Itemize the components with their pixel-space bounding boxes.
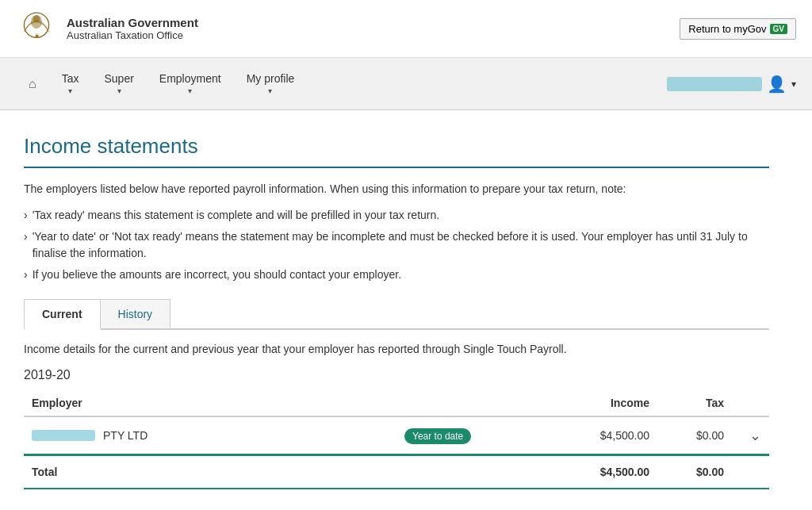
return-mygov-button[interactable]: Return to myGov GV (680, 18, 796, 40)
col-income: Income (546, 390, 657, 416)
col-expand (732, 390, 769, 416)
chevron-down-icon: ▾ (791, 79, 796, 90)
nav-home[interactable]: ⌂ (16, 63, 49, 105)
nav-item-employment[interactable]: Employment ▾ (147, 58, 234, 109)
gov-crest: ★ (16, 8, 57, 49)
svg-text:★: ★ (34, 33, 40, 40)
table-row: PTY LTD Year to date $4,500.00 $0.00 ⌄ (24, 416, 769, 455)
username-blur (667, 77, 762, 91)
total-income: $4,500.00 (546, 455, 657, 489)
col-status (396, 390, 546, 416)
status-badge: Year to date (404, 428, 471, 444)
main-nav: ⌂ Tax ▾ Super ▾ Employment ▾ My profile … (0, 58, 812, 110)
page-title: Income statements (24, 134, 769, 168)
total-row: Total $4,500.00 $0.00 (24, 455, 769, 489)
table-header-row: Employer Income Tax (24, 390, 769, 416)
expand-cell[interactable]: ⌄ (732, 416, 769, 455)
chevron-down-icon: ▾ (188, 86, 192, 95)
employer-cell: PTY LTD (24, 416, 396, 455)
mygov-badge: GV (770, 24, 787, 34)
col-tax: Tax (657, 390, 732, 416)
header: ★ Australian Government Australian Taxat… (0, 0, 812, 58)
total-expand (732, 455, 769, 489)
logo-text: Australian Government Australian Taxatio… (67, 16, 198, 41)
logo-area: ★ Australian Government Australian Taxat… (16, 8, 198, 49)
income-table: Employer Income Tax PTY LTD (24, 390, 769, 489)
bullet-list: 'Tax ready' means this statement is comp… (24, 207, 769, 283)
user-icon: 👤 (767, 75, 787, 94)
user-menu[interactable]: 👤 ▾ (667, 67, 796, 102)
tabs: Current History (24, 299, 769, 330)
employer-name-blur (32, 430, 95, 441)
nav-item-tax[interactable]: Tax ▾ (49, 58, 92, 109)
expand-icon[interactable]: ⌄ (749, 428, 761, 443)
main-content: Income statements The employers listed b… (0, 110, 793, 510)
chevron-down-icon: ▾ (268, 86, 272, 95)
agency-name: Australian Taxation Office (67, 29, 198, 41)
tab-description: Income details for the current and previ… (24, 343, 769, 355)
income-cell: $4,500.00 (546, 416, 657, 455)
gov-name: Australian Government (67, 16, 198, 29)
tax-cell: $0.00 (657, 416, 732, 455)
year-heading: 2019-20 (24, 368, 769, 382)
bullet-item-1: 'Tax ready' means this statement is comp… (24, 207, 769, 224)
total-status (396, 455, 546, 489)
nav-item-my-profile[interactable]: My profile ▾ (234, 58, 308, 109)
nav-item-super[interactable]: Super ▾ (91, 58, 146, 109)
tab-history[interactable]: History (101, 299, 171, 328)
total-label: Total (24, 455, 396, 489)
bullet-item-3: If you believe the amounts are incorrect… (24, 267, 769, 283)
tab-current[interactable]: Current (24, 299, 101, 330)
total-tax: $0.00 (657, 455, 732, 489)
bullet-item-2: 'Year to date' or 'Not tax ready' means … (24, 228, 769, 262)
chevron-down-icon: ▾ (68, 86, 72, 95)
intro-text: The employers listed below have reported… (24, 181, 769, 197)
status-cell: Year to date (396, 416, 546, 455)
chevron-down-icon: ▾ (117, 86, 121, 95)
col-employer: Employer (24, 390, 396, 416)
